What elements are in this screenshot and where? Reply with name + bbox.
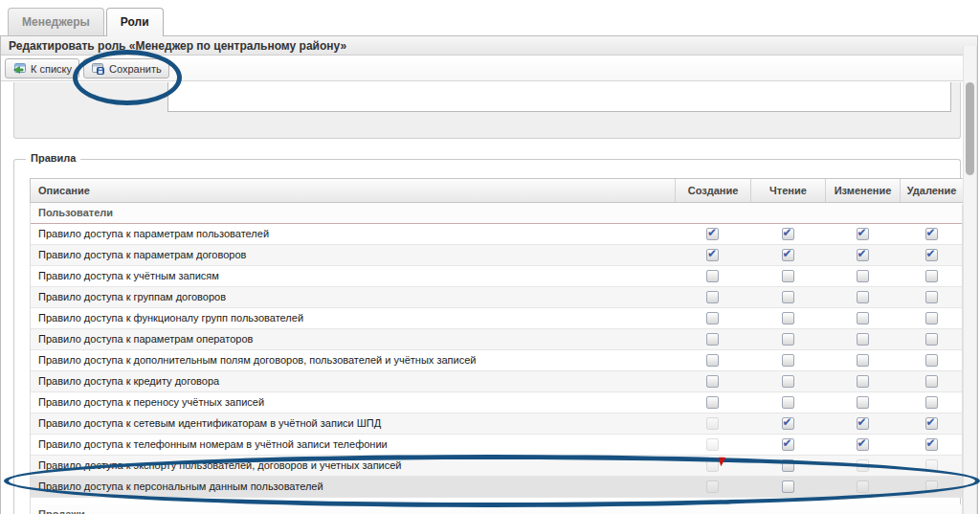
permission-checkbox[interactable] <box>857 396 869 409</box>
toolbar: К списку Сохранить <box>1 56 977 81</box>
table-row: Правило доступа к функционалу групп поль… <box>31 308 963 329</box>
save-icon <box>91 62 105 76</box>
permission-checkbox[interactable] <box>925 333 938 346</box>
rule-label: Правило доступа к дополнительным полям д… <box>31 350 675 370</box>
permission-checkbox[interactable] <box>857 438 869 451</box>
table-row: Правило доступа к кредиту договора <box>31 371 963 392</box>
back-label: К списку <box>31 63 72 75</box>
table-row: Правило доступа к учётным записям <box>31 266 963 287</box>
column-header[interactable]: Изменение <box>825 179 900 202</box>
page-title: Редактировать роль «Менеджер по централь… <box>1 36 977 56</box>
permission-checkbox[interactable] <box>706 270 719 282</box>
permission-checkbox[interactable] <box>925 354 938 367</box>
permission-checkbox[interactable] <box>857 249 869 261</box>
column-header[interactable]: Создание <box>675 179 750 202</box>
permission-checkbox[interactable] <box>925 270 938 282</box>
back-to-list-button[interactable]: К списку <box>5 58 79 78</box>
table-row: Правило доступа к параметрам операторов <box>31 329 963 350</box>
permission-checkbox[interactable] <box>857 312 869 324</box>
permission-checkbox <box>706 438 719 451</box>
section-row: Пользователи <box>31 203 963 224</box>
permission-checkbox <box>925 480 938 493</box>
rule-label: Правило доступа к группам договоров <box>31 287 675 307</box>
permission-checkbox[interactable] <box>782 396 794 409</box>
permission-checkbox[interactable] <box>782 375 794 388</box>
permission-checkbox[interactable] <box>706 291 719 303</box>
rule-label: Правило доступа к параметрам операторов <box>31 329 675 349</box>
table-row: Правило доступа к дополнительным полям д… <box>31 350 963 371</box>
permission-checkbox[interactable] <box>857 333 869 346</box>
permission-checkbox[interactable] <box>782 459 794 472</box>
page-scrollbar[interactable] <box>963 46 977 514</box>
table-row: Правило доступа к параметрам пользовател… <box>31 224 963 245</box>
permission-checkbox[interactable] <box>857 417 869 430</box>
column-header[interactable]: Удаление <box>900 179 963 202</box>
section-row: Продажи <box>31 504 963 514</box>
table-row: Правило доступа к параметрам договоров <box>31 245 963 266</box>
rule-label: Правило доступа к персональным данным по… <box>31 477 675 497</box>
permission-checkbox[interactable] <box>706 375 719 388</box>
grid-header-row: ОписаниеСозданиеЧтениеИзменениеУдаление <box>30 178 964 203</box>
column-header[interactable]: Описание <box>31 179 675 202</box>
permission-checkbox[interactable] <box>782 333 794 346</box>
tab-roles[interactable]: Роли <box>106 8 164 36</box>
permission-checkbox[interactable] <box>925 438 938 451</box>
rule-label: Правило доступа к кредиту договора <box>31 371 675 391</box>
permission-checkbox[interactable] <box>782 291 794 303</box>
rules-fieldset: Правила ОписаниеСозданиеЧтениеИзменениеУ… <box>13 159 961 514</box>
rule-label: Правило доступа к параметрам договоров <box>31 245 675 265</box>
tab-managers[interactable]: Менеджеры <box>8 8 104 35</box>
permission-checkbox[interactable] <box>857 375 869 388</box>
permission-checkbox[interactable] <box>857 270 869 282</box>
permission-checkbox <box>706 417 719 430</box>
form-panel <box>13 82 961 139</box>
permission-checkbox <box>925 459 938 472</box>
permission-checkbox[interactable] <box>857 228 869 240</box>
permission-checkbox[interactable] <box>706 249 719 261</box>
grid-body: ПользователиПравило доступа к параметрам… <box>30 203 964 514</box>
rule-label: Правило доступа к функционалу групп поль… <box>31 308 675 328</box>
permission-checkbox[interactable] <box>925 228 938 240</box>
permission-checkbox <box>706 459 719 472</box>
save-button[interactable]: Сохранить <box>83 58 169 78</box>
page-scrollbar-thumb[interactable] <box>966 82 974 175</box>
permission-checkbox <box>706 480 719 493</box>
permission-checkbox <box>857 480 869 493</box>
permission-checkbox[interactable] <box>782 228 794 240</box>
rules-grid: ОписаниеСозданиеЧтениеИзменениеУдаление … <box>30 178 964 514</box>
permission-checkbox[interactable] <box>706 312 719 324</box>
tab-bar: Менеджеры Роли <box>8 8 164 36</box>
rule-label: Правило доступа к сетевым идентификатора… <box>31 413 675 434</box>
permission-checkbox[interactable] <box>706 333 719 346</box>
permission-checkbox[interactable] <box>782 438 794 451</box>
column-header[interactable]: Чтение <box>750 179 825 202</box>
rules-legend: Правила <box>26 152 80 164</box>
content-frame: Редактировать роль «Менеджер по централь… <box>0 35 978 514</box>
save-label: Сохранить <box>109 63 162 75</box>
permission-checkbox[interactable] <box>782 480 794 493</box>
permission-checkbox[interactable] <box>782 270 794 282</box>
permission-checkbox[interactable] <box>706 396 719 409</box>
table-row: Правило доступа к экспорту пользователей… <box>31 456 963 477</box>
table-row: Правило доступа к группам договоров <box>31 287 963 308</box>
permission-checkbox[interactable] <box>857 354 869 367</box>
permission-checkbox[interactable] <box>925 312 938 324</box>
permission-checkbox[interactable] <box>925 417 938 430</box>
permission-checkbox[interactable] <box>857 291 869 303</box>
permission-checkbox[interactable] <box>925 396 938 409</box>
rule-label: Правило доступа к учётным записям <box>31 266 675 286</box>
permission-checkbox[interactable] <box>782 249 794 261</box>
rule-label: Правило доступа к переносу учётных запис… <box>31 392 675 413</box>
permission-checkbox[interactable] <box>925 249 938 261</box>
permission-checkbox <box>857 459 869 472</box>
permission-checkbox[interactable] <box>782 312 794 324</box>
permission-checkbox[interactable] <box>782 417 794 430</box>
back-icon <box>12 62 27 76</box>
description-textarea[interactable] <box>167 82 951 112</box>
permission-checkbox[interactable] <box>782 354 794 367</box>
permission-checkbox[interactable] <box>706 228 719 240</box>
permission-checkbox[interactable] <box>925 375 938 388</box>
permission-checkbox[interactable] <box>925 291 938 303</box>
rule-label: Правило доступа к телефонным номерам в у… <box>31 435 675 455</box>
permission-checkbox[interactable] <box>706 354 719 367</box>
